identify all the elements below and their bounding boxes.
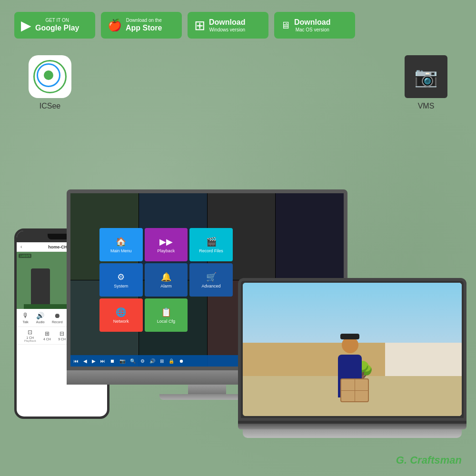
network-icon: 🌐 bbox=[116, 307, 126, 317]
phone-9ch-btn[interactable]: ⊟ 9 CH bbox=[58, 330, 66, 341]
menu-tile-localcfg[interactable]: 📋 Local Cfg bbox=[145, 298, 188, 332]
phone-4ch-btn[interactable]: ⊞ 4 CH bbox=[43, 330, 51, 341]
audio-label: Audio bbox=[36, 320, 45, 324]
menu-tile-recordfiles[interactable]: 🎬 Record Files bbox=[189, 228, 233, 261]
monitor-stand-neck bbox=[188, 385, 226, 394]
playback-label: Playback bbox=[158, 248, 175, 253]
toolbar-btn-12[interactable]: ⏺ bbox=[178, 357, 185, 365]
macos-text: Download Mac OS version bbox=[294, 18, 330, 32]
google-play-button[interactable]: ▶ GET IT ON Google Play bbox=[14, 12, 95, 39]
icsee-icon-container bbox=[29, 55, 71, 98]
vms-label: VMS bbox=[418, 102, 435, 110]
9ch-icon: ⊟ bbox=[60, 330, 64, 337]
person-hat bbox=[340, 334, 359, 339]
person-body bbox=[338, 355, 362, 397]
playback-icon: ▶▶ bbox=[159, 237, 173, 247]
toolbar-btn-1[interactable]: ⏮ bbox=[72, 357, 80, 365]
google-play-text: GET IT ON Google Play bbox=[35, 18, 79, 32]
record-label: Record bbox=[52, 320, 63, 324]
windows-download-button[interactable]: ⊞ Download Windows version bbox=[188, 12, 268, 39]
mainmenu-icon: 🏠 bbox=[116, 237, 126, 247]
alarm-icon: 🔔 bbox=[161, 272, 171, 282]
recordfiles-icon: 🎬 bbox=[206, 237, 217, 247]
macos-small: Mac OS version bbox=[294, 27, 330, 33]
toolbar-btn-6[interactable]: 📷 bbox=[118, 357, 127, 365]
system-icon: ⚙ bbox=[117, 272, 125, 282]
talk-label: Talk bbox=[22, 320, 28, 324]
laptop-bottom bbox=[243, 429, 462, 438]
box-line-v bbox=[355, 379, 355, 401]
delivery-scene: 🌳 bbox=[243, 283, 462, 416]
app-store-big: App Store bbox=[126, 23, 162, 32]
menu-tile-advanced[interactable]: 🛒 Advanced bbox=[189, 263, 233, 297]
toolbar-btn-11[interactable]: 🔒 bbox=[167, 357, 176, 365]
menu-tile-alarm[interactable]: 🔔 Alarm bbox=[145, 263, 188, 297]
toolbar-btn-8[interactable]: ⚙ bbox=[139, 357, 146, 365]
macos-big: Download bbox=[294, 18, 330, 27]
phone-back-icon[interactable]: ‹ bbox=[20, 244, 22, 249]
system-label: System bbox=[114, 284, 128, 288]
phone-talk-btn[interactable]: 🎙 Talk bbox=[22, 312, 29, 324]
1ch-icon: ⊡ bbox=[28, 329, 32, 336]
mainmenu-label: Main Menu bbox=[110, 248, 132, 253]
phone-1ch-btn[interactable]: ⊡ 1 CH PlayBack bbox=[24, 329, 36, 342]
playback-label: PlayBack bbox=[24, 339, 36, 342]
person-head bbox=[342, 337, 358, 353]
advanced-label: Advanced bbox=[202, 284, 221, 288]
phone-cam-overlay-text: 1493/5 bbox=[19, 254, 31, 258]
toolbar-btn-9[interactable]: 🔊 bbox=[148, 357, 157, 365]
toolbar-btn-2[interactable]: ◀ bbox=[82, 357, 89, 365]
icsee-inner-dot bbox=[44, 70, 53, 80]
delivery-box bbox=[340, 378, 369, 402]
menu-tile-empty bbox=[189, 298, 233, 332]
vms-logo-item: 📷 VMS bbox=[405, 55, 447, 110]
logos-section: ICSee 📷 VMS bbox=[0, 50, 476, 115]
icsee-camera-icon bbox=[33, 60, 67, 93]
phone-record-btn[interactable]: ⏺ Record bbox=[52, 312, 63, 324]
app-store-small: Download on the bbox=[126, 18, 162, 23]
laptop-screen-wrapper: 🌳 bbox=[238, 278, 466, 421]
app-store-button[interactable]: 🍎 Download on the App Store bbox=[101, 12, 182, 39]
4ch-icon: ⊞ bbox=[45, 330, 50, 337]
google-play-big: Google Play bbox=[35, 23, 79, 32]
apple-icon: 🍎 bbox=[108, 19, 122, 32]
toolbar-btn-7[interactable]: 🔍 bbox=[129, 357, 137, 365]
icsee-label: ICSee bbox=[40, 102, 60, 110]
windows-text: Download Windows version bbox=[209, 18, 245, 32]
network-label: Network bbox=[113, 319, 129, 324]
toolbar-btn-5[interactable]: ⏹ bbox=[109, 357, 116, 365]
windows-icon: ⊞ bbox=[194, 18, 205, 33]
macos-icon: 🖥 bbox=[281, 20, 290, 31]
devices-section: ‹ home-CH-02 ✓ 1493/5 🎙 Talk 🔊 bbox=[0, 171, 476, 476]
menu-tile-system[interactable]: ⚙ System bbox=[99, 263, 143, 297]
recordfiles-label: Record Files bbox=[199, 248, 223, 253]
talk-icon: 🎙 bbox=[22, 312, 29, 319]
icsee-logo-item: ICSee bbox=[29, 55, 71, 110]
laptop-screen-content: 🌳 bbox=[243, 283, 462, 416]
windows-big: Download bbox=[209, 18, 245, 27]
laptop-device: 🌳 bbox=[238, 278, 466, 438]
toolbar-btn-4[interactable]: ⏭ bbox=[99, 357, 107, 365]
toolbar-btn-10[interactable]: ⊞ bbox=[159, 357, 165, 365]
cam-cell-4 bbox=[276, 193, 344, 280]
phone-person-silhouette bbox=[31, 268, 50, 307]
macos-download-button[interactable]: 🖥 Download Mac OS version bbox=[274, 12, 355, 39]
advanced-icon: 🛒 bbox=[206, 272, 217, 282]
toolbar-btn-3[interactable]: ▶ bbox=[90, 357, 97, 365]
windows-small: Windows version bbox=[209, 27, 245, 33]
laptop-base bbox=[238, 424, 466, 429]
record-icon: ⏺ bbox=[54, 312, 60, 319]
app-store-text: Download on the App Store bbox=[126, 18, 162, 32]
vms-icon-container: 📷 bbox=[405, 55, 447, 98]
menu-tile-mainmenu[interactable]: 🏠 Main Menu bbox=[99, 228, 143, 261]
localcfg-icon: 📋 bbox=[161, 307, 171, 317]
vms-camera-icon: 📷 bbox=[414, 66, 438, 88]
google-play-icon: ▶ bbox=[21, 18, 31, 33]
menu-tile-network[interactable]: 🌐 Network bbox=[99, 298, 143, 332]
delivery-person bbox=[338, 355, 362, 407]
google-play-small: GET IT ON bbox=[35, 18, 79, 23]
9ch-label: 9 CH bbox=[58, 337, 66, 341]
phone-audio-btn[interactable]: 🔊 Audio bbox=[36, 312, 45, 324]
alarm-label: Alarm bbox=[160, 284, 172, 288]
menu-tile-playback[interactable]: ▶▶ Playback bbox=[145, 228, 188, 261]
